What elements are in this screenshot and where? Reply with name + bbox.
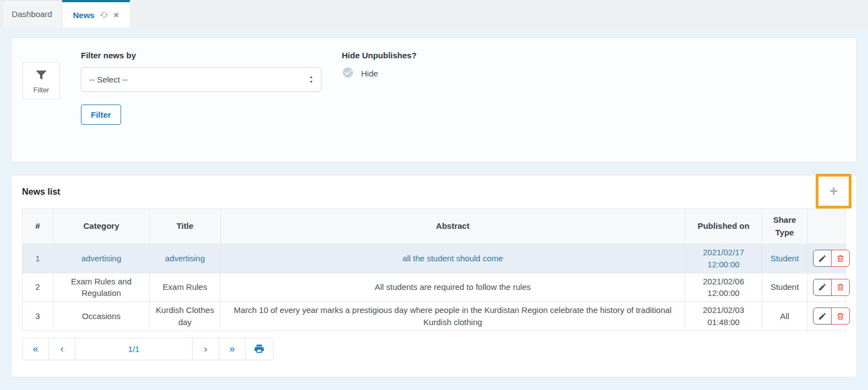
row-published-on: 2021/02/06 12:00:00 bbox=[685, 273, 762, 302]
row-number[interactable]: 1 bbox=[23, 244, 53, 273]
row-share-type: Student bbox=[762, 273, 807, 302]
published-date: 2021/02/06 bbox=[691, 276, 756, 288]
page-content: Filter Filter news by -- Select -- ▲ ▼ F… bbox=[0, 28, 868, 377]
select-arrows-icon: ▲ ▼ bbox=[309, 75, 313, 85]
row-category: Occasions bbox=[53, 302, 150, 331]
row-title[interactable]: advertising bbox=[150, 244, 221, 273]
table-row: 1 advertising advertising all the studen… bbox=[23, 244, 846, 273]
tab-dashboard[interactable]: Dashboard bbox=[2, 0, 62, 28]
filter-indicator: Filter bbox=[23, 62, 60, 100]
printer-icon bbox=[254, 343, 265, 354]
published-date: 2021/02/03 bbox=[691, 304, 756, 316]
published-time: 12:00:00 bbox=[691, 259, 756, 271]
row-abstract[interactable]: all the student should come bbox=[221, 244, 685, 273]
col-category: Category bbox=[53, 209, 150, 244]
hide-unpublishes-section: Hide Unpublishes? Hide bbox=[342, 51, 417, 80]
col-actions bbox=[807, 209, 846, 244]
pencil-icon bbox=[818, 312, 827, 321]
delete-button[interactable] bbox=[831, 279, 850, 296]
trash-icon bbox=[836, 254, 845, 263]
news-table: # Category Title Abstract Published on S… bbox=[22, 208, 846, 331]
published-time: 12:00:00 bbox=[691, 287, 756, 299]
pencil-icon bbox=[818, 254, 827, 263]
table-header-row: # Category Title Abstract Published on S… bbox=[23, 209, 846, 244]
col-number: # bbox=[23, 209, 53, 244]
published-date: 2021/02/17 bbox=[691, 246, 756, 259]
news-list-title: News list bbox=[22, 187, 60, 197]
tab-news-label: News bbox=[73, 10, 94, 20]
tab-bar: Dashboard News ✖ bbox=[0, 0, 868, 28]
row-actions bbox=[807, 273, 846, 302]
arrow-up-icon: ▲ bbox=[309, 75, 313, 80]
filter-by-label: Filter news by bbox=[81, 51, 321, 60]
add-news-button[interactable]: + bbox=[816, 174, 851, 208]
row-category: Exam Rules and Regulation bbox=[53, 273, 150, 302]
row-title: Exam Rules bbox=[150, 273, 221, 302]
row-share-type: All bbox=[762, 302, 807, 331]
col-abstract: Abstract bbox=[221, 209, 685, 244]
row-actions bbox=[807, 244, 846, 273]
news-list-panel: News list + # Category Title Abstract Pu… bbox=[11, 175, 857, 377]
tab-dashboard-label: Dashboard bbox=[12, 9, 52, 19]
pagination-next-button[interactable]: › bbox=[193, 338, 219, 360]
pencil-icon bbox=[818, 283, 827, 292]
edit-button[interactable] bbox=[813, 279, 832, 296]
table-row: 2 Exam Rules and Regulation Exam Rules A… bbox=[23, 273, 846, 302]
col-share-type: Share Type bbox=[762, 209, 807, 244]
row-category[interactable]: advertising bbox=[53, 244, 150, 273]
published-time: 01:48:00 bbox=[691, 316, 756, 328]
pagination-prev-button[interactable]: ‹ bbox=[49, 338, 75, 360]
row-abstract: March 10 of every year marks a prestigio… bbox=[221, 302, 685, 331]
hide-label: Hide bbox=[361, 69, 378, 78]
news-list-header: News list bbox=[22, 175, 846, 208]
filter-form: Filter news by -- Select -- ▲ ▼ Filter bbox=[81, 51, 321, 125]
row-published-on: 2021/02/03 01:48:00 bbox=[685, 302, 762, 331]
col-published-on: Published on bbox=[685, 209, 762, 244]
delete-button[interactable] bbox=[831, 250, 850, 267]
row-actions bbox=[807, 302, 846, 331]
trash-icon bbox=[836, 312, 845, 321]
delete-button[interactable] bbox=[831, 307, 850, 325]
close-icon[interactable]: ✖ bbox=[113, 11, 119, 19]
row-share-type[interactable]: Student bbox=[762, 244, 807, 273]
row-number: 2 bbox=[23, 273, 53, 302]
filter-panel: Filter Filter news by -- Select -- ▲ ▼ F… bbox=[11, 37, 857, 162]
pagination-bar: « ‹ 1/1 › » bbox=[22, 338, 274, 360]
row-number: 3 bbox=[23, 302, 53, 331]
refresh-icon[interactable] bbox=[100, 10, 108, 19]
tab-news[interactable]: News ✖ bbox=[62, 0, 130, 28]
edit-button[interactable] bbox=[813, 250, 832, 267]
table-row: 3 Occasions Kurdish Clothes day March 10… bbox=[23, 302, 846, 331]
filter-select-value: -- Select -- bbox=[89, 75, 128, 84]
print-button[interactable] bbox=[245, 338, 273, 360]
filter-button[interactable]: Filter bbox=[81, 105, 121, 125]
pagination-first-button[interactable]: « bbox=[23, 338, 49, 360]
funnel-icon bbox=[34, 68, 48, 84]
plus-icon: + bbox=[829, 183, 838, 200]
trash-icon bbox=[836, 283, 845, 292]
hide-unpublishes-label: Hide Unpublishes? bbox=[342, 51, 417, 60]
row-published-on[interactable]: 2021/02/17 12:00:00 bbox=[685, 244, 762, 273]
filter-box-label: Filter bbox=[34, 86, 50, 94]
pagination-last-button[interactable]: » bbox=[219, 338, 245, 360]
check-circle-icon[interactable] bbox=[342, 67, 354, 80]
filter-select[interactable]: -- Select -- ▲ ▼ bbox=[81, 67, 321, 92]
row-title: Kurdish Clothes day bbox=[150, 302, 221, 331]
col-title: Title bbox=[150, 209, 221, 244]
row-abstract: All students are required to follow the … bbox=[221, 273, 685, 302]
pagination-page-info: 1/1 bbox=[75, 338, 193, 360]
arrow-down-icon: ▼ bbox=[309, 80, 313, 85]
edit-button[interactable] bbox=[813, 307, 832, 325]
